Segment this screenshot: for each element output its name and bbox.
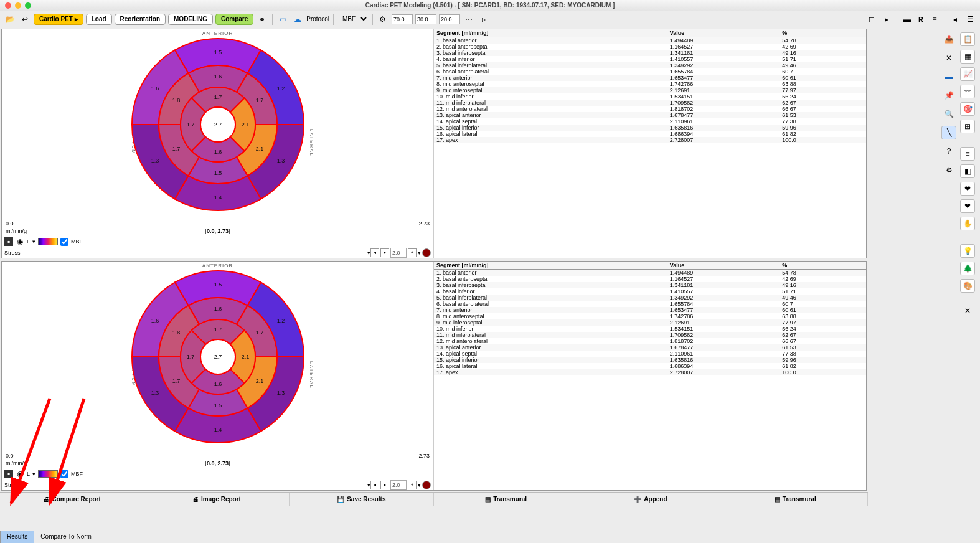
table-row[interactable]: 15. apical inferior1.63581659.96 (434, 357, 866, 363)
add-button[interactable]: + (408, 481, 417, 489)
tab-compare-norm[interactable]: Compare To Norm (34, 531, 98, 543)
table-row[interactable]: 17. apex2.728007100.0 (434, 137, 866, 143)
table-row[interactable]: 8. mid anteroseptal1.74278663.88 (434, 313, 866, 319)
stress-dropdown[interactable]: Stress (4, 482, 367, 488)
transmural2-button[interactable]: ▤Transmural (723, 493, 868, 506)
colormap-bar[interactable] (38, 238, 58, 245)
chevron-down-icon[interactable]: ▾ (418, 250, 421, 256)
param3-input[interactable] (439, 14, 460, 24)
add-button[interactable]: + (408, 248, 417, 257)
record-icon[interactable] (422, 481, 431, 489)
tab-results[interactable]: Results (0, 531, 34, 543)
table-row[interactable]: 16. apical lateral1.68639461.82 (434, 363, 866, 369)
patient-list-icon[interactable]: 📋 (960, 32, 975, 46)
hand-icon[interactable]: ✋ (960, 217, 975, 230)
prev-button[interactable]: ◂ (370, 248, 379, 257)
table-row[interactable]: 11. mid inferolateral1.70958262.67 (434, 100, 866, 106)
polar-plot[interactable]: 1.51.21.31.41.31.61.61.72.11.51.71.81.72… (128, 267, 308, 447)
protocol-label[interactable]: Protocol (306, 16, 329, 22)
table-row[interactable]: 10. mid inferior1.53415156.24 (434, 326, 866, 332)
bulb-icon[interactable]: 💡 (960, 244, 975, 258)
save-icon[interactable]: ▪ (4, 470, 13, 478)
close-panel-icon[interactable]: ✕ (960, 304, 975, 318)
tree-icon[interactable]: 🌲 (960, 262, 975, 275)
table-row[interactable]: 11. mid inferolateral1.70958262.67 (434, 332, 866, 338)
cloud-icon[interactable]: ☁ (291, 14, 304, 25)
table-row[interactable]: 17. apex2.728007100.0 (434, 369, 866, 375)
chevron-down-icon[interactable]: ▾ (418, 482, 421, 488)
screen-icon[interactable]: ▬ (941, 70, 956, 83)
table-row[interactable]: 16. apical lateral1.68639461.82 (434, 131, 866, 137)
grid-view-icon[interactable]: ▦ (960, 50, 975, 64)
palette-icon[interactable]: 🎨 (960, 279, 975, 293)
cube-icon[interactable]: ◧ (960, 164, 975, 178)
heart-pet-icon[interactable]: ❤ (960, 182, 975, 196)
stress-dropdown[interactable]: Stress (4, 250, 367, 256)
table-row[interactable]: 8. mid anteroseptal1.74278663.88 (434, 81, 866, 87)
table-row[interactable]: 5. basal inferolateral1.34929249.46 (434, 62, 866, 68)
cardio-pet-button[interactable]: Cardio PET ▸ (34, 14, 83, 25)
gear-icon[interactable]: ⚙ (941, 163, 956, 177)
append-button[interactable]: ➕Append (578, 493, 723, 506)
chevron-down-icon[interactable]: ▾ (32, 238, 35, 245)
export-icon[interactable]: 📤 (941, 32, 956, 46)
table-row[interactable]: 9. mid inferoseptal2.1269177.97 (434, 87, 866, 93)
maximize-icon[interactable] (25, 2, 31, 9)
table-row[interactable]: 6. basal anterolateral1.65578460.7 (434, 68, 866, 75)
colormap-bar[interactable] (38, 470, 58, 478)
layers-icon[interactable]: ≡ (928, 14, 941, 25)
next-button[interactable]: ▸ (380, 248, 389, 257)
link-icon[interactable]: ⚭ (256, 14, 268, 25)
open-icon[interactable]: 📂 (4, 14, 16, 25)
next-button[interactable]: ▸ (380, 481, 389, 489)
nav-value-input[interactable] (390, 480, 407, 490)
image-report-button[interactable]: 🖨Image Report (144, 493, 289, 506)
transmural-button[interactable]: ▤Transmural (434, 493, 578, 506)
compare-report-button[interactable]: 🖨Compare Report (0, 493, 144, 506)
expand-icon[interactable]: ▸ (880, 14, 893, 25)
mbf-checkbox[interactable] (60, 238, 68, 246)
menu-icon[interactable]: ☰ (964, 14, 976, 25)
view-icon[interactable]: ◉ (16, 468, 24, 479)
table-row[interactable]: 12. mid anterolateral1.81870266.67 (434, 106, 866, 112)
target-icon[interactable]: 🎯 (960, 102, 975, 116)
modeling-button[interactable]: MODELING (168, 14, 213, 25)
pin-icon[interactable]: 📌 (941, 88, 956, 102)
table-row[interactable]: 1. basal anterior1.49448954.78 (434, 270, 866, 276)
play-icon[interactable]: ▹ (478, 14, 490, 25)
table-row[interactable]: 7. mid anterior1.65347760.61 (434, 75, 866, 81)
table-row[interactable]: 15. apical inferior1.63581659.96 (434, 125, 866, 131)
help-icon[interactable]: ? (941, 144, 956, 158)
mbf-checkbox[interactable] (60, 470, 68, 478)
more-icon[interactable]: ⋯ (463, 14, 475, 25)
table-row[interactable]: 13. apical anterior1.67847761.53 (434, 344, 866, 351)
table-row[interactable]: 13. apical anterior1.67847761.53 (434, 112, 866, 118)
minimize-icon[interactable] (15, 2, 21, 9)
compare-button[interactable]: Compare (215, 14, 253, 25)
db-icon[interactable]: ▭ (276, 14, 289, 25)
reorientation-button[interactable]: Reorientation (115, 14, 166, 25)
param1-input[interactable] (392, 14, 413, 24)
save-results-button[interactable]: 💾Save Results (290, 493, 434, 506)
table-row[interactable]: 14. apical septal2.11096177.38 (434, 118, 866, 125)
grid-icon[interactable]: ◻ (865, 14, 878, 25)
table-row[interactable]: 3. basal inferoseptal1.34118149.16 (434, 282, 866, 288)
record-icon[interactable] (422, 248, 431, 257)
table-row[interactable]: 3. basal inferoseptal1.34118149.16 (434, 50, 866, 56)
chevron-down-icon[interactable]: ▾ (32, 471, 35, 477)
table-row[interactable]: 4. basal inferior1.41055751.71 (434, 288, 866, 295)
table-row[interactable]: 4. basal inferior1.41055751.71 (434, 56, 866, 62)
table-row[interactable]: 12. mid anterolateral1.81870266.67 (434, 338, 866, 344)
table-row[interactable]: 9. mid inferoseptal2.1269177.97 (434, 319, 866, 326)
save-icon[interactable]: ▪ (4, 237, 13, 246)
table-row[interactable]: 14. apical septal2.11096177.38 (434, 351, 866, 357)
heart-mri-icon[interactable]: ❤ (960, 199, 975, 213)
segments-icon[interactable]: ⊞ (960, 120, 975, 133)
hide-icon[interactable]: ◂ (949, 14, 961, 25)
table-row[interactable]: 1. basal anterior1.49448954.78 (434, 37, 866, 44)
color-bars-icon[interactable]: ≡ (960, 147, 975, 161)
view-icon[interactable]: ◉ (16, 236, 24, 247)
close-x-icon[interactable]: ✕ (941, 51, 956, 65)
line-tool-icon[interactable]: ╲ (941, 126, 956, 139)
load-button[interactable]: Load (86, 14, 112, 25)
